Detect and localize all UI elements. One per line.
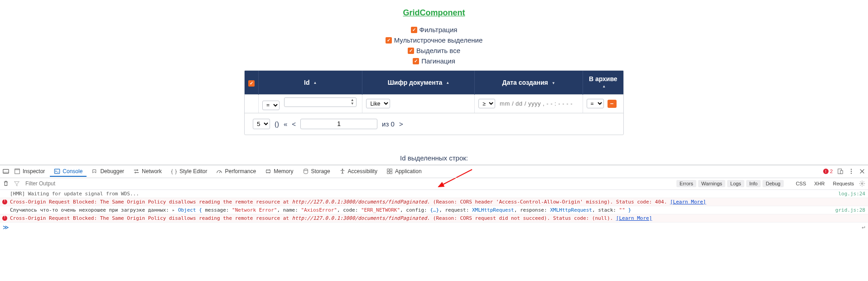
devtools-toolbar-right: ! 2 [823, 168, 865, 174]
tab-storage[interactable]: Storage [299, 166, 334, 177]
gear-icon[interactable] [859, 180, 865, 187]
svg-rect-4 [15, 169, 20, 170]
cat-warnings[interactable]: Warnings [698, 180, 725, 187]
tab-label: Application [395, 168, 422, 174]
tab-label: Console [63, 168, 82, 174]
close-icon[interactable] [859, 168, 865, 174]
performance-icon [216, 168, 222, 174]
option-pagination[interactable]: Пагинация [413, 57, 455, 65]
filter-icon[interactable] [14, 180, 20, 187]
console-source-link [860, 215, 865, 221]
tab-performance[interactable]: Performance [212, 166, 260, 177]
console-text: Cross-Origin Request Blocked: The Same O… [10, 215, 652, 221]
prompt-return-icon: ↩ [862, 224, 865, 231]
tab-inspector[interactable]: Inspector [10, 166, 49, 177]
tab-style-editor[interactable]: Style Editor [167, 166, 211, 177]
svg-point-7 [304, 169, 308, 171]
cat-debug[interactable]: Debug [762, 180, 783, 187]
option-label: Пагинация [421, 57, 455, 65]
pager: 5 () « < из 0 > [253, 119, 615, 129]
checkbox-icon[interactable] [411, 27, 417, 33]
page-title: GridComponent [403, 8, 465, 18]
id-value-input[interactable]: ▲▼ [284, 97, 357, 107]
console-source-link[interactable]: grid.js:28 [830, 207, 865, 213]
option-selectall[interactable]: Выделить все [408, 47, 460, 54]
svg-point-8 [342, 169, 343, 170]
console-prompt[interactable]: ≫ ↩ [0, 223, 868, 232]
first-page-button[interactable]: « [284, 120, 287, 128]
date-operator-select[interactable]: ≥ [478, 99, 495, 108]
console-text: Случилось что-то очень нехорошее при заг… [10, 207, 631, 213]
svg-rect-9 [387, 169, 389, 171]
console-filter-bar: Errors Warnings Logs Info Debug CSS XHR … [0, 178, 868, 190]
checkbox-icon[interactable] [386, 37, 392, 44]
option-multiselect[interactable]: Мультистрочное выделение [386, 36, 483, 44]
header-code[interactable]: Шифр документа ▲ [362, 71, 475, 95]
style-icon [171, 168, 177, 174]
svg-rect-10 [390, 169, 392, 171]
learn-more-link[interactable]: [Learn More] [616, 215, 652, 221]
code-operator-select[interactable]: Like [366, 99, 390, 108]
filter-output-input[interactable] [24, 180, 115, 187]
error-icon: ! [4, 199, 6, 203]
prev-page-button[interactable]: < [292, 120, 296, 128]
svg-point-17 [851, 173, 852, 174]
option-label: Мультистрочное выделение [394, 36, 483, 44]
console-source-link[interactable]: log.js:24 [833, 191, 865, 197]
kebab-icon[interactable] [848, 168, 854, 174]
dock-icon[interactable] [3, 168, 9, 174]
cat-xhr[interactable]: XHR [811, 180, 828, 187]
tab-application[interactable]: Application [382, 166, 426, 177]
header-label: Шифр документа [388, 79, 443, 86]
id-operator-select[interactable]: = [262, 101, 280, 110]
cat-info[interactable]: Info [746, 180, 761, 187]
tab-accessibility[interactable]: Accessibility [335, 166, 381, 177]
header-id[interactable]: Id ▲ [259, 71, 362, 95]
error-count-badge[interactable]: ! 2 [823, 169, 833, 174]
of-label: из 0 [382, 120, 395, 128]
pager-row: 5 () « < из 0 > [245, 113, 623, 135]
console-categories: Errors Warnings Logs Info Debug CSS XHR … [676, 180, 865, 187]
header-date[interactable]: Дата создания ▼ [475, 71, 583, 95]
remove-filter-button[interactable]: − [608, 100, 617, 108]
grid-filter-row: = ▲▼ Like ≥ mm / dd / yyyy , - - : - - [245, 95, 623, 113]
devtools-toolbar: Inspector Console Debugger Network Style… [0, 165, 868, 178]
trash-icon[interactable] [3, 180, 9, 187]
page-size-select[interactable]: 5 [253, 119, 270, 129]
next-page-button[interactable]: > [399, 120, 403, 128]
cat-css[interactable]: CSS [793, 180, 810, 187]
console-line-error: ! Cross-Origin Request Blocked: The Same… [0, 198, 868, 206]
responsive-icon[interactable] [837, 168, 844, 174]
checkbox-icon[interactable] [413, 58, 419, 64]
header-label: Id [304, 79, 309, 86]
header-archive[interactable]: В архиве ▲ [583, 71, 623, 95]
tab-label: Memory [274, 168, 293, 174]
learn-more-link[interactable]: [Learn More] [670, 199, 706, 205]
tab-debugger[interactable]: Debugger [87, 166, 128, 177]
current-page-input[interactable] [300, 119, 377, 129]
console-icon [54, 168, 60, 174]
checkbox-icon[interactable] [408, 48, 414, 54]
tab-console[interactable]: Console [50, 166, 87, 177]
tab-label: Storage [311, 168, 330, 174]
network-icon [133, 168, 140, 174]
checkbox-icon[interactable] [248, 80, 255, 87]
console-text: Cross-Origin Request Blocked: The Same O… [10, 199, 706, 205]
cat-requests[interactable]: Requests [830, 180, 857, 187]
filter-id-cell: = ▲▼ [259, 95, 362, 113]
sort-caret-icon: ▼ [552, 81, 555, 85]
console-line-object[interactable]: Случилось что-то очень нехорошее при заг… [0, 206, 868, 214]
svg-rect-2 [3, 172, 9, 174]
date-placeholder[interactable]: mm / dd / yyyy , - - : - - - - [500, 100, 573, 107]
cat-errors[interactable]: Errors [676, 180, 696, 187]
selected-ids-label: Id выделенных строк: [400, 154, 468, 162]
cat-logs[interactable]: Logs [727, 180, 744, 187]
tab-network[interactable]: Network [129, 166, 166, 177]
sort-caret-icon: ▲ [313, 82, 317, 84]
option-filter[interactable]: Фильтрация [411, 26, 458, 34]
spinner-icon[interactable]: ▲▼ [351, 98, 354, 106]
archive-operator-select[interactable]: = [587, 99, 604, 108]
header-checkbox[interactable] [245, 71, 259, 95]
tab-memory[interactable]: Memory [261, 166, 297, 177]
inspector-icon [14, 168, 20, 174]
